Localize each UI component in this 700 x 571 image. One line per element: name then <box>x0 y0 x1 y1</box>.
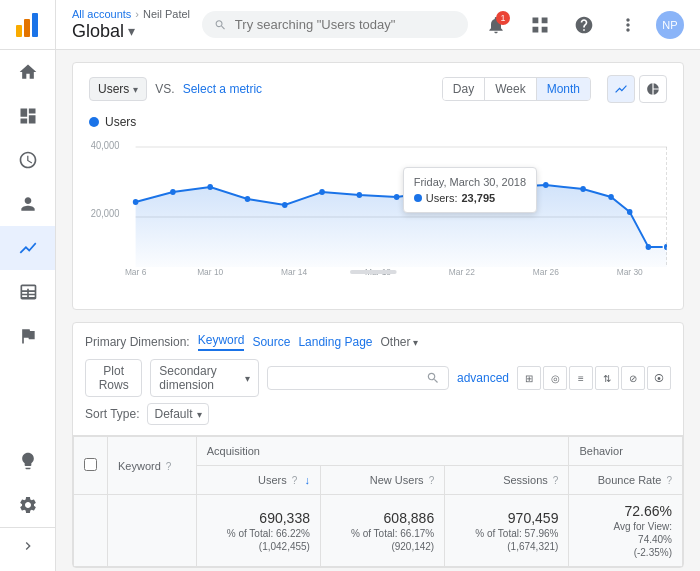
tooltip-dot <box>414 194 422 202</box>
table-view-pie[interactable]: ◎ <box>543 366 567 390</box>
time-btn-day[interactable]: Day <box>443 78 485 100</box>
notifications-button[interactable]: 1 <box>480 9 512 41</box>
table-view-compare[interactable]: ⊘ <box>621 366 645 390</box>
person-icon <box>18 194 38 214</box>
advanced-link[interactable]: advanced <box>457 371 509 385</box>
more-button[interactable] <box>612 9 644 41</box>
sidebar-item-graph[interactable] <box>0 226 55 270</box>
time-btn-week[interactable]: Week <box>485 78 536 100</box>
secondary-dimension-selector[interactable]: Secondary dimension ▾ <box>150 359 259 397</box>
grid-button[interactable] <box>524 9 556 41</box>
users-help-icon[interactable]: ? <box>292 475 298 486</box>
dim-keyword[interactable]: Keyword <box>198 333 245 351</box>
title-dropdown-arrow[interactable]: ▾ <box>128 23 135 39</box>
totals-bounce-diff: (-2.35%) <box>579 547 672 558</box>
sort-type-selector[interactable]: Default ▾ <box>147 403 208 425</box>
sidebar-logo <box>0 0 56 50</box>
line-chart-icon[interactable] <box>607 75 635 103</box>
table-search-box[interactable] <box>267 366 449 390</box>
primary-dim-label: Primary Dimension: <box>85 335 190 349</box>
svg-point-22 <box>646 244 652 250</box>
sidebar-item-settings[interactable] <box>0 483 55 527</box>
table-icon <box>18 282 38 302</box>
dim-other-arrow: ▾ <box>413 337 418 348</box>
plot-rows-button[interactable]: Plot Rows <box>85 359 142 397</box>
table-search-input[interactable] <box>276 371 426 385</box>
sessions-help-icon[interactable]: ? <box>553 475 559 486</box>
help-button[interactable] <box>568 9 600 41</box>
sidebar-item-lightbulb[interactable] <box>0 439 55 483</box>
more-vert-icon <box>618 15 638 35</box>
metric-dropdown-arrow: ▾ <box>133 84 138 95</box>
secondary-dim-label: Secondary dimension <box>159 364 241 392</box>
clock-icon <box>18 150 38 170</box>
search-input[interactable] <box>235 17 456 32</box>
sidebar-item-person[interactable] <box>0 182 55 226</box>
sidebar <box>0 0 56 571</box>
header-actions: 1 NP <box>480 9 684 41</box>
table-view-sort[interactable]: ⇅ <box>595 366 619 390</box>
table-view-columns[interactable]: ⦿ <box>647 366 671 390</box>
flag-icon <box>18 326 38 346</box>
tooltip-value: 23,795 <box>461 192 495 204</box>
dim-landing-page[interactable]: Landing Page <box>298 335 372 349</box>
dim-source[interactable]: Source <box>252 335 290 349</box>
search-box[interactable] <box>202 11 468 38</box>
bounce-help-icon[interactable]: ? <box>666 475 672 486</box>
time-btn-month[interactable]: Month <box>537 78 590 100</box>
header: All accounts › Neil Patel Global ▾ 1 <box>56 0 700 50</box>
breadcrumb-all-accounts[interactable]: All accounts <box>72 8 131 20</box>
vs-label: VS. <box>155 82 174 96</box>
sidebar-item-clock[interactable] <box>0 138 55 182</box>
pie-chart-icon[interactable] <box>639 75 667 103</box>
sidebar-item-dashboard[interactable] <box>0 94 55 138</box>
totals-users-pct: % of Total: 66.22% <box>207 528 310 539</box>
svg-point-14 <box>394 194 400 200</box>
sort-row: Sort Type: Default ▾ <box>85 403 671 425</box>
svg-rect-0 <box>16 25 22 37</box>
sidebar-expand-button[interactable] <box>0 527 55 563</box>
expand-icon <box>20 538 36 554</box>
table-view-bar[interactable]: ≡ <box>569 366 593 390</box>
sidebar-item-home[interactable] <box>0 50 55 94</box>
totals-checkbox-cell <box>74 495 108 567</box>
svg-point-19 <box>580 186 586 192</box>
svg-text:Mar 26: Mar 26 <box>533 267 559 277</box>
th-bounce-rate: Bounce Rate ? <box>569 466 683 495</box>
th-keyword: Keyword ? <box>108 437 197 495</box>
search-icon <box>214 18 227 32</box>
dimension-row: Primary Dimension: Keyword Source Landin… <box>85 333 671 351</box>
metric-selector[interactable]: Users ▾ <box>89 77 147 101</box>
svg-point-12 <box>319 189 325 195</box>
totals-bounce-view: 74.40% <box>579 534 672 545</box>
sidebar-bottom <box>0 439 55 571</box>
select-all-checkbox[interactable] <box>84 458 97 471</box>
svg-rect-1 <box>24 19 30 37</box>
dim-other[interactable]: Other ▾ <box>381 335 418 349</box>
sort-arrow: ▾ <box>197 409 202 420</box>
totals-users-cell: 690,338 % of Total: 66.22% (1,042,455) <box>196 495 320 567</box>
users-sort-icon[interactable]: ↓ <box>304 474 310 486</box>
table-view-grid[interactable]: ⊞ <box>517 366 541 390</box>
totals-label-cell <box>108 495 197 567</box>
svg-point-7 <box>133 199 139 205</box>
time-period-selector: Day Week Month <box>442 77 591 101</box>
svg-rect-32 <box>350 270 397 274</box>
sidebar-item-table[interactable] <box>0 270 55 314</box>
totals-sessions-cell: 970,459 % of Total: 57.96% (1,674,321) <box>445 495 569 567</box>
svg-text:20,000: 20,000 <box>91 208 119 219</box>
breadcrumb-separator: › <box>135 8 139 20</box>
dashboard-icon <box>18 106 38 126</box>
new-users-help-icon[interactable]: ? <box>429 475 435 486</box>
avatar[interactable]: NP <box>656 11 684 39</box>
keyword-help-icon[interactable]: ? <box>166 461 172 472</box>
svg-point-13 <box>357 192 363 198</box>
th-behavior-group: Behavior <box>569 437 683 466</box>
th-acquisition-group: Acquisition <box>196 437 569 466</box>
totals-sessions-pct: % of Total: 57.96% <box>455 528 558 539</box>
totals-sessions-abs: (1,674,321) <box>455 541 558 552</box>
select-metric-link[interactable]: Select a metric <box>183 82 262 96</box>
sidebar-item-flag[interactable] <box>0 314 55 358</box>
th-sessions: Sessions ? <box>445 466 569 495</box>
svg-text:Mar 22: Mar 22 <box>449 267 475 277</box>
